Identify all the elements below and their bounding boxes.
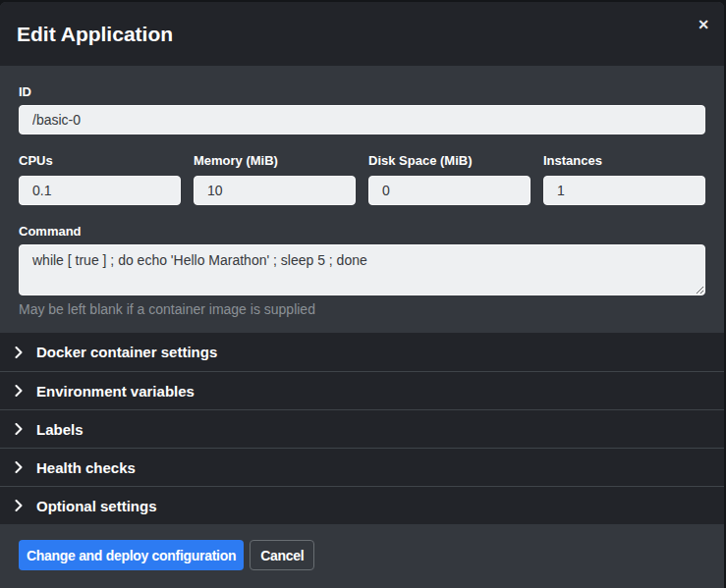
edit-application-modal: Edit Application ✕ ID CPUs Memory (MiB) … bbox=[0, 2, 724, 588]
instances-input[interactable] bbox=[543, 176, 705, 205]
id-field-group: ID bbox=[19, 84, 705, 134]
memory-input[interactable] bbox=[194, 176, 356, 205]
disk-label: Disk Space (MiB) bbox=[368, 153, 531, 168]
chevron-right-icon bbox=[15, 385, 23, 397]
modal-footer: Change and deploy configuration Cancel bbox=[0, 524, 724, 588]
chevron-right-icon bbox=[15, 461, 23, 473]
section-labels[interactable]: Labels bbox=[0, 409, 724, 448]
section-environment-variables[interactable]: Environment variables bbox=[0, 371, 724, 409]
instances-label: Instances bbox=[543, 153, 705, 168]
form-area: ID CPUs Memory (MiB) Disk Space (MiB) In… bbox=[0, 66, 724, 333]
command-textarea[interactable]: while [ true ] ; do echo 'Hello Marathon… bbox=[19, 244, 705, 295]
command-helper-text: May be left blank if a container image i… bbox=[19, 301, 705, 317]
chevron-right-icon bbox=[15, 423, 23, 435]
section-docker-container-settings[interactable]: Docker container settings bbox=[0, 333, 724, 371]
collapsible-sections: Docker container settings Environment va… bbox=[0, 333, 724, 524]
chevron-right-icon bbox=[15, 347, 23, 358]
id-input[interactable] bbox=[19, 105, 705, 134]
command-field-group: Command while [ true ] ; do echo 'Hello … bbox=[19, 224, 705, 317]
modal-title: Edit Application bbox=[17, 23, 173, 46]
section-optional-settings[interactable]: Optional settings bbox=[0, 486, 724, 524]
chevron-right-icon bbox=[15, 500, 23, 511]
disk-input[interactable] bbox=[368, 176, 531, 205]
resource-fields-row: CPUs Memory (MiB) Disk Space (MiB) Insta… bbox=[19, 153, 705, 205]
disk-field-group: Disk Space (MiB) bbox=[368, 153, 531, 205]
section-health-checks[interactable]: Health checks bbox=[0, 448, 724, 486]
section-label: Labels bbox=[36, 421, 84, 438]
modal-header: Edit Application ✕ bbox=[0, 2, 724, 66]
section-label: Health checks bbox=[36, 459, 136, 476]
id-label: ID bbox=[19, 84, 705, 99]
memory-field-group: Memory (MiB) bbox=[194, 153, 356, 205]
cpus-input[interactable] bbox=[19, 176, 181, 205]
command-label: Command bbox=[19, 224, 705, 239]
memory-label: Memory (MiB) bbox=[194, 153, 356, 168]
change-and-deploy-button[interactable]: Change and deploy configuration bbox=[19, 540, 244, 570]
cpus-field-group: CPUs bbox=[19, 153, 181, 205]
section-label: Docker container settings bbox=[36, 344, 217, 360]
cpus-label: CPUs bbox=[19, 153, 181, 168]
close-icon[interactable]: ✕ bbox=[694, 15, 713, 34]
section-label: Environment variables bbox=[36, 383, 195, 400]
section-label: Optional settings bbox=[36, 498, 157, 514]
instances-field-group: Instances bbox=[543, 153, 705, 205]
cancel-button[interactable]: Cancel bbox=[250, 540, 314, 570]
